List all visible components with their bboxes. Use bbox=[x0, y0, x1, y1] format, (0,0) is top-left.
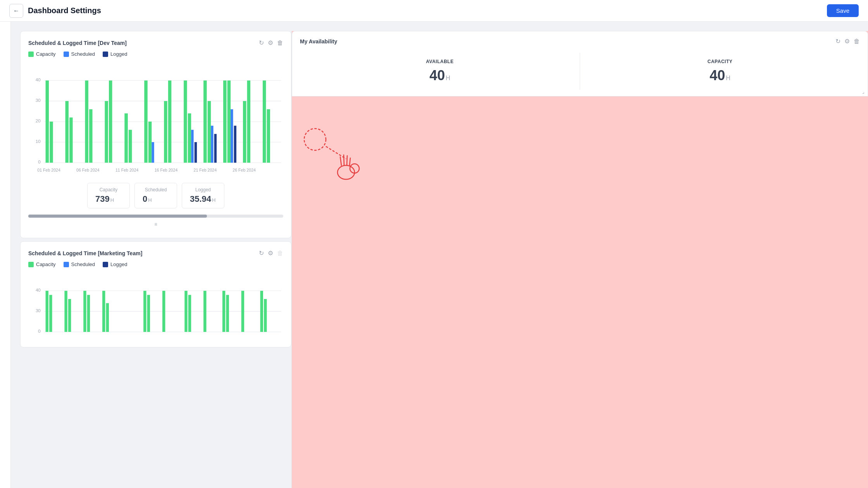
refresh-icon-avail[interactable]: ↻ bbox=[835, 38, 840, 45]
stat-scheduled-label-1: Scheduled bbox=[143, 187, 169, 192]
stat-capacity-label-1: Capacity bbox=[95, 187, 122, 192]
availability-title: My Availability bbox=[300, 38, 337, 45]
chart-2-actions: ↻ ⚙ 🗑 bbox=[259, 249, 283, 257]
svg-rect-13 bbox=[69, 117, 72, 163]
avail-available-value: 40 H bbox=[306, 67, 574, 84]
svg-rect-55 bbox=[64, 291, 67, 332]
svg-rect-39 bbox=[263, 81, 266, 163]
settings-icon-avail[interactable]: ⚙ bbox=[844, 38, 850, 45]
scheduled-dot-1 bbox=[64, 52, 69, 57]
scheduled-dot-2 bbox=[64, 262, 69, 267]
svg-rect-27 bbox=[191, 130, 193, 163]
svg-rect-17 bbox=[109, 81, 112, 163]
chart-1-stats: Capacity 739 H Scheduled 0 H bbox=[28, 178, 283, 213]
logged-dot-1 bbox=[103, 52, 108, 57]
availability-card: My Availability ↻ ⚙ 🗑 AVAILABLE 40 bbox=[292, 31, 868, 96]
chart-card-1-header: Scheduled & Logged Time [Dev Team] ↻ ⚙ 🗑 bbox=[28, 39, 283, 46]
svg-point-74 bbox=[338, 165, 355, 179]
main-content: Scheduled & Logged Time [Dev Team] ↻ ⚙ 🗑… bbox=[0, 22, 868, 488]
svg-rect-61 bbox=[143, 291, 146, 332]
chart-1-svg: 0 10 20 30 40 bbox=[28, 62, 283, 177]
svg-rect-38 bbox=[247, 81, 250, 163]
delete-icon-2[interactable]: 🗑 bbox=[277, 250, 283, 257]
capacity-dot-1 bbox=[28, 52, 34, 57]
svg-text:40: 40 bbox=[36, 287, 41, 292]
resize-handle-1[interactable]: ≡ bbox=[28, 221, 283, 230]
top-bar-left: ← Dashboard Settings bbox=[9, 4, 101, 18]
svg-rect-14 bbox=[85, 81, 88, 163]
availability-actions: ↻ ⚙ 🗑 bbox=[835, 38, 860, 45]
legend-capacity-1: Capacity bbox=[28, 51, 56, 57]
svg-rect-57 bbox=[83, 291, 86, 332]
svg-rect-35 bbox=[231, 109, 233, 163]
svg-text:0: 0 bbox=[38, 328, 41, 333]
svg-text:11 Feb 2024: 11 Feb 2024 bbox=[115, 168, 139, 172]
logged-dot-2 bbox=[103, 262, 108, 267]
avail-stat-capacity: CAPACITY 40 H bbox=[580, 53, 860, 90]
drag-zone[interactable]: My Availability ↻ ⚙ 🗑 AVAILABLE 40 bbox=[291, 31, 868, 488]
avail-stat-available: AVAILABLE 40 H bbox=[300, 53, 580, 90]
svg-rect-31 bbox=[211, 126, 213, 163]
scroll-thumb-1[interactable] bbox=[28, 215, 207, 218]
chart-1-actions: ↻ ⚙ 🗑 bbox=[259, 39, 283, 46]
svg-rect-23 bbox=[164, 101, 167, 163]
save-button[interactable]: Save bbox=[827, 4, 859, 17]
svg-rect-12 bbox=[65, 101, 69, 163]
svg-text:20: 20 bbox=[36, 118, 41, 123]
svg-rect-25 bbox=[184, 81, 187, 163]
svg-text:40: 40 bbox=[36, 77, 41, 82]
availability-stats: AVAILABLE 40 H CAPACITY 40 H bbox=[300, 53, 860, 90]
svg-rect-22 bbox=[152, 142, 154, 163]
svg-text:21 Feb 2024: 21 Feb 2024 bbox=[194, 168, 217, 172]
settings-icon-1[interactable]: ⚙ bbox=[268, 39, 273, 46]
refresh-icon-1[interactable]: ↻ bbox=[259, 39, 264, 46]
back-icon: ← bbox=[13, 7, 19, 14]
avail-capacity-value: 40 H bbox=[586, 67, 854, 84]
scheduled-label-2: Scheduled bbox=[71, 261, 95, 267]
svg-rect-34 bbox=[227, 81, 231, 163]
svg-rect-20 bbox=[144, 81, 147, 163]
left-column: Scheduled & Logged Time [Dev Team] ↻ ⚙ 🗑… bbox=[20, 31, 291, 488]
svg-text:16 Feb 2024: 16 Feb 2024 bbox=[155, 168, 178, 172]
avail-capacity-label: CAPACITY bbox=[586, 59, 854, 64]
chart-2-container: 0 30 40 bbox=[28, 272, 283, 339]
stat-logged-value-1: 35.94 H bbox=[190, 194, 216, 204]
resize-corner[interactable]: ⌟ bbox=[862, 89, 865, 95]
svg-rect-26 bbox=[188, 113, 191, 163]
svg-rect-53 bbox=[46, 291, 48, 332]
svg-text:30: 30 bbox=[36, 98, 41, 103]
svg-point-79 bbox=[350, 164, 359, 173]
refresh-icon-2[interactable]: ↻ bbox=[259, 249, 264, 257]
delete-icon-avail[interactable]: 🗑 bbox=[854, 38, 860, 45]
svg-rect-40 bbox=[267, 109, 270, 163]
drag-cursor-annotation bbox=[296, 116, 373, 186]
back-button[interactable]: ← bbox=[9, 4, 23, 18]
logged-label-1: Logged bbox=[110, 51, 127, 57]
svg-rect-15 bbox=[89, 109, 92, 163]
scroll-track-1[interactable] bbox=[28, 215, 283, 218]
scheduled-label-1: Scheduled bbox=[71, 51, 95, 57]
svg-line-76 bbox=[344, 155, 344, 165]
avail-available-label: AVAILABLE bbox=[306, 59, 574, 64]
svg-rect-54 bbox=[49, 295, 52, 332]
chart-2-svg: 0 30 40 bbox=[28, 272, 283, 338]
availability-header: My Availability ↻ ⚙ 🗑 bbox=[300, 38, 860, 45]
legend-capacity-2: Capacity bbox=[28, 261, 56, 267]
svg-rect-29 bbox=[203, 81, 207, 163]
settings-icon-2[interactable]: ⚙ bbox=[268, 249, 273, 257]
svg-rect-62 bbox=[147, 295, 150, 332]
legend-scheduled-2: Scheduled bbox=[64, 261, 95, 267]
svg-rect-59 bbox=[102, 291, 105, 332]
stat-logged-label-1: Logged bbox=[190, 187, 216, 192]
delete-icon-1[interactable]: 🗑 bbox=[277, 40, 283, 46]
stat-capacity-value-1: 739 H bbox=[95, 194, 122, 204]
svg-rect-11 bbox=[50, 122, 53, 163]
chart-1-title: Scheduled & Logged Time [Dev Team] bbox=[28, 40, 127, 46]
svg-rect-36 bbox=[234, 126, 236, 163]
chart-2-legend: Capacity Scheduled Logged bbox=[28, 261, 283, 267]
svg-rect-70 bbox=[260, 291, 263, 332]
chart-2-title: Scheduled & Logged Time [Marketing Team] bbox=[28, 250, 142, 256]
svg-rect-24 bbox=[168, 81, 171, 163]
svg-point-72 bbox=[304, 129, 326, 150]
svg-line-78 bbox=[350, 158, 350, 166]
